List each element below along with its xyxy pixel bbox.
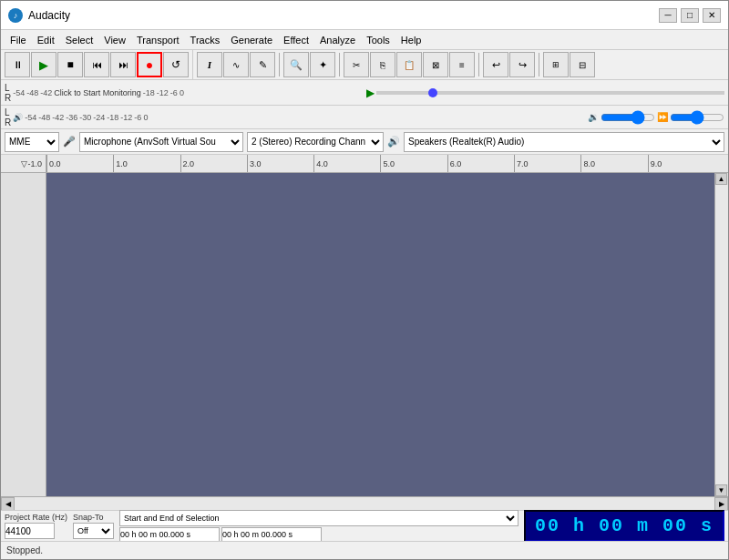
project-rate-label: Project Rate (Hz) xyxy=(5,513,67,522)
menu-item-analyze[interactable]: Analyze xyxy=(314,33,361,47)
position-thumb[interactable] xyxy=(428,88,437,97)
hscroll-track[interactable] xyxy=(15,497,714,510)
ruler-mark-9: 9.0 xyxy=(648,155,714,172)
output-vu-section: LR 🔊 -54-48-42-36-30-24-18-12-60 xyxy=(5,107,584,127)
redo-button[interactable]: ↪ xyxy=(509,52,535,77)
lr-label-mic: LR xyxy=(5,83,11,103)
menu-item-tracks[interactable]: Tracks xyxy=(185,33,226,47)
menu-item-generate[interactable]: Generate xyxy=(225,33,278,47)
mic-icon: 🎤 xyxy=(63,136,76,148)
channels-select[interactable]: 2 (Stereo) Recording Chann xyxy=(247,132,384,152)
track-labels-panel xyxy=(1,173,46,496)
menu-item-file[interactable]: File xyxy=(5,33,32,47)
menu-item-effect[interactable]: Effect xyxy=(278,33,314,47)
device-bar: MME DirectSound WASAPI 🎤 Microphone (Anv… xyxy=(1,129,728,155)
loop-button[interactable]: ↺ xyxy=(163,52,189,77)
click-to-monitor[interactable]: Click to Start Monitoring xyxy=(54,88,141,97)
multitool-button[interactable]: ✦ xyxy=(310,52,335,77)
position-slider[interactable] xyxy=(376,91,724,95)
paste-button[interactable]: 📋 xyxy=(396,52,422,77)
project-status-bar: Project Rate (Hz) Snap-To Off On Start a… xyxy=(1,510,728,541)
copy-button[interactable]: ⎘ xyxy=(370,52,395,77)
ruler-track-header: ▽-1.0 xyxy=(1,155,46,172)
cut-button[interactable]: ✂ xyxy=(344,52,369,77)
skip-start-button[interactable]: ⏮ xyxy=(84,52,109,77)
menu-item-help[interactable]: Help xyxy=(395,33,427,47)
play-button[interactable]: ▶ xyxy=(31,52,56,77)
menu-item-tools[interactable]: Tools xyxy=(361,33,395,47)
pause-button[interactable]: ⏸ xyxy=(5,52,30,77)
ruler-marks-container: 0.0 1.0 2.0 3.0 4.0 5.0 6.0 7.0 8.0 9.0 xyxy=(46,155,714,172)
output-volume-slider[interactable] xyxy=(601,113,655,122)
ruler-mark-0: 0.0 xyxy=(46,155,113,172)
close-button[interactable]: ✕ xyxy=(703,8,721,23)
volume-icon: 🔉 xyxy=(588,112,599,122)
scroll-track-vertical[interactable] xyxy=(715,185,728,484)
title-bar: ♪ Audacity ─ □ ✕ xyxy=(1,1,728,30)
start-time-input[interactable] xyxy=(119,527,220,542)
api-select[interactable]: MME DirectSound WASAPI xyxy=(5,132,59,152)
ruler-mark-4: 4.0 xyxy=(313,155,380,172)
silence-button[interactable]: ≡ xyxy=(449,52,475,77)
scroll-up-arrow[interactable]: ▲ xyxy=(715,173,727,185)
zoom-sel-button[interactable]: ⊞ xyxy=(543,52,569,77)
skip-end-button[interactable]: ⏭ xyxy=(110,52,136,77)
selection-type-select[interactable]: Start and End of Selection Start and Len… xyxy=(119,510,519,526)
ruler-mark-2: 2.0 xyxy=(180,155,247,172)
app-title: Audacity xyxy=(28,9,70,22)
toolbar-separator xyxy=(279,53,280,76)
playback-position: ▶ xyxy=(366,87,724,99)
speed-slider[interactable] xyxy=(670,113,724,122)
output-vu-scale: 🔊 -54-48-42-36-30-24-18-12-60 xyxy=(13,113,148,122)
stop-button[interactable]: ■ xyxy=(57,52,83,77)
envelope-tool-button[interactable]: ∿ xyxy=(223,52,249,77)
speed-icon: ⏩ xyxy=(657,112,668,122)
vu-scale-mic: -54-48-42 xyxy=(13,88,52,97)
zoom-fit-button[interactable]: ⊟ xyxy=(570,52,595,77)
lr-label-out: LR xyxy=(5,107,11,127)
selection-section: Start and End of Selection Start and Len… xyxy=(119,510,519,542)
maximize-button[interactable]: □ xyxy=(681,8,699,23)
menu-item-view[interactable]: View xyxy=(98,33,131,47)
trim-button[interactable]: ⊠ xyxy=(423,52,448,77)
footer-statusbar: Stopped. xyxy=(1,541,728,559)
horizontal-scrollbar[interactable]: ◀ ▶ xyxy=(1,496,728,510)
menu-item-select[interactable]: Select xyxy=(60,33,99,47)
play-cursor-icon: ▶ xyxy=(366,87,375,99)
menu-item-transport[interactable]: Transport xyxy=(131,33,185,47)
timer-display: 00 h 00 m 00 s xyxy=(524,510,724,542)
snap-to-label: Snap-To xyxy=(73,513,114,522)
speaker-select[interactable]: Speakers (Realtek(R) Audio) xyxy=(404,132,724,152)
toolbar-separator-3 xyxy=(478,53,479,76)
end-time-input[interactable] xyxy=(221,527,322,542)
project-rate-input[interactable] xyxy=(5,523,55,539)
time-inputs xyxy=(119,527,519,542)
project-rate-section: Project Rate (Hz) xyxy=(5,513,67,539)
ruler-mark-6: 6.0 xyxy=(447,155,514,172)
main-section: ▲ ▼ xyxy=(1,173,728,496)
minimize-button[interactable]: ─ xyxy=(659,8,677,23)
microphone-select[interactable]: Microphone (AnvSoft Virtual Sou xyxy=(79,132,243,152)
scroll-down-arrow[interactable]: ▼ xyxy=(715,484,727,496)
ruler-mark-8: 8.0 xyxy=(580,155,647,172)
volume-controls: 🔉 ⏩ xyxy=(588,112,724,122)
select-tool-button[interactable]: I xyxy=(197,52,222,77)
ruler-mark-7: 7.0 xyxy=(514,155,580,172)
snap-to-select[interactable]: Off On xyxy=(73,523,114,539)
track-content-panel[interactable] xyxy=(46,173,714,496)
pencil-tool-button[interactable]: ✎ xyxy=(250,52,275,77)
menu-item-edit[interactable]: Edit xyxy=(32,33,60,47)
snap-to-section: Snap-To Off On xyxy=(73,513,114,539)
toolbar-separator-4 xyxy=(539,53,539,76)
title-controls: ─ □ ✕ xyxy=(659,8,721,23)
speaker-icon: 🔊 xyxy=(387,136,400,148)
undo-button[interactable]: ↩ xyxy=(483,52,508,77)
record-button[interactable]: ● xyxy=(137,52,162,77)
scroll-left-arrow[interactable]: ◀ xyxy=(1,497,15,511)
zoom-in-button[interactable]: 🔍 xyxy=(283,52,309,77)
timeline-ruler: ▽-1.0 0.0 1.0 2.0 3.0 4.0 5.0 6.0 7.0 8.… xyxy=(1,155,728,173)
vu-scale-mic-right: -18-12-60 xyxy=(143,88,184,97)
vertical-scrollbar[interactable]: ▲ ▼ xyxy=(714,173,728,496)
mic-vu-section: LR -54-48-42 Click to Start Monitoring -… xyxy=(5,83,363,103)
scroll-right-arrow[interactable]: ▶ xyxy=(714,497,728,511)
